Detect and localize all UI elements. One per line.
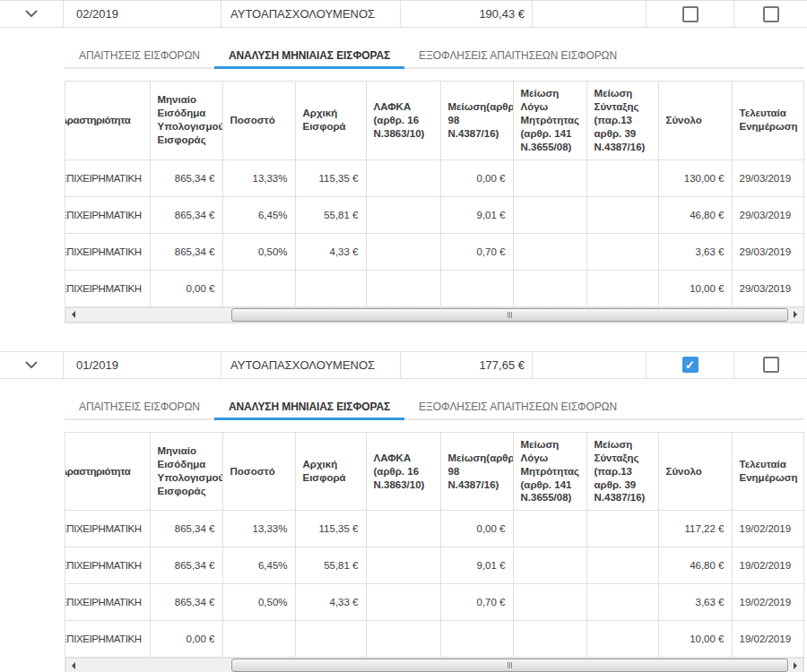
scrollbar-thumb[interactable] — [231, 308, 788, 322]
table-cell: 46,80 € — [658, 547, 732, 584]
table-cell: 55,81 € — [295, 196, 366, 233]
table-cell: 4,33 € — [295, 584, 366, 621]
expand-collapse-button[interactable] — [0, 1, 63, 27]
table-header-row: ΔραστηριότηταΜηνιαίο Εισόδημα Υπολογισμο… — [65, 82, 805, 159]
monthly-contribution-table: ΔραστηριότηταΜηνιαίο Εισόδημα Υπολογισμο… — [65, 82, 805, 307]
table-cell: 6,45% — [222, 547, 295, 584]
table-cell: 6,45% — [222, 196, 295, 233]
table-cell: 865,34 € — [150, 159, 222, 196]
expanded-detail: ΑΠΑΙΤΗΣΕΙΣ ΕΙΣΦΟΡΩΝ ΑΝΑΛΥΣΗ ΜΗΝΙΑΙΑΣ ΕΙΣ… — [65, 401, 804, 672]
tab-contribution-claims[interactable]: ΑΠΑΙΤΗΣΕΙΣ ΕΙΣΦΟΡΩΝ — [65, 49, 214, 67]
table-cell: ΕΠΙΧΕΙΡΗΜΑΤΙΚΗ — [65, 159, 150, 196]
column-header: Ποσοστό — [222, 82, 295, 159]
table-cell: 29/03/2019 — [732, 196, 805, 233]
tab-claims-settlements[interactable]: ΕΞΟΦΛΗΣΕΙΣ ΑΠΑΙΤΗΣΕΩΝ ΕΙΣΦΟΡΩΝ — [404, 49, 631, 67]
column-header: Μείωση Λόγω Μητρότητας (αρθρ. 141 Ν.3655… — [513, 82, 586, 159]
table-cell — [222, 621, 295, 658]
column-header: Μείωση Σύνταξης (παρ.13 αρθρ. 39 Ν.4387/… — [586, 82, 658, 159]
checkbox-cell: ✓ — [646, 352, 733, 378]
column-header: Αρχική Εισφορά — [295, 433, 366, 511]
column-header: Μείωση Σύνταξης (παρ.13 αρθρ. 39 Ν.4387/… — [586, 433, 658, 511]
select-checkbox-2[interactable] — [763, 6, 779, 22]
tab-bar: ΑΠΑΙΤΗΣΕΙΣ ΕΙΣΦΟΡΩΝ ΑΝΑΛΥΣΗ ΜΗΝΙΑΙΑΣ ΕΙΣ… — [65, 49, 804, 69]
scroll-left-arrow[interactable] — [65, 658, 81, 672]
table-cell — [513, 511, 586, 547]
table-cell: 3,63 € — [658, 584, 732, 621]
table-cell: ΕΠΙΧΕΙΡΗΜΑΤΙΚΗ — [65, 196, 150, 233]
checkbox-cell — [733, 1, 807, 27]
table-cell: 19/02/2019 — [732, 621, 805, 658]
table-cell: 117,22 € — [658, 511, 732, 547]
table-cell — [295, 270, 366, 306]
table-cell — [513, 196, 586, 233]
table-cell — [586, 511, 658, 547]
select-checkbox-1[interactable]: ✓ — [682, 357, 699, 373]
table-cell: 115,35 € — [295, 159, 366, 196]
table-cell: 3,63 € — [658, 233, 732, 270]
column-header: Δραστηριότητα — [65, 82, 150, 159]
horizontal-scrollbar[interactable] — [65, 307, 803, 323]
table-row: ΕΠΙΧΕΙΡΗΜΑΤΙΚΗ0,00 €10,00 €29/03/2019 — [65, 270, 805, 306]
checkbox-cell — [646, 1, 733, 27]
table-row: ΕΠΙΧΕΙΡΗΜΑΤΙΚΗ865,34 €13,33%115,35 €0,00… — [65, 159, 805, 196]
table-cell: 0,50% — [222, 584, 295, 621]
column-header: Μείωση(αρθρ. 98 Ν.4387/16) — [440, 433, 513, 511]
table-cell — [586, 233, 658, 270]
table-row: ΕΠΙΧΕΙΡΗΜΑΤΙΚΗ865,34 €0,50%4,33 €0,70 €3… — [65, 233, 805, 270]
table-cell: 4,33 € — [295, 233, 366, 270]
table-cell — [366, 547, 440, 584]
table-cell: 10,00 € — [658, 621, 732, 658]
table-cell — [222, 270, 295, 306]
column-header: Δραστηριότητα — [65, 433, 150, 511]
scrollbar-thumb[interactable] — [231, 659, 788, 672]
table-cell: 865,34 € — [150, 547, 222, 584]
period-label: 01/2019 — [63, 352, 221, 378]
table-cell — [440, 270, 513, 306]
tab-monthly-contribution-analysis[interactable]: ΑΝΑΛΥΣΗ ΜΗΝΙΑΙΑΣ ΕΙΣΦΟΡΑΣ — [214, 401, 404, 418]
table-cell: 19/02/2019 — [732, 547, 805, 584]
chevron-down-icon — [25, 10, 38, 18]
table-cell: 19/02/2019 — [732, 584, 805, 621]
tab-contribution-claims[interactable]: ΑΠΑΙΤΗΣΕΙΣ ΕΙΣΦΟΡΩΝ — [65, 401, 214, 418]
analysis-table-container: ΔραστηριότηταΜηνιαίο Εισόδημα Υπολογισμο… — [65, 81, 804, 323]
table-cell: 0,00 € — [150, 270, 222, 306]
horizontal-scrollbar[interactable] — [65, 658, 803, 672]
column-header: Αρχική Εισφορά — [295, 82, 366, 159]
empty-cell — [532, 1, 646, 27]
table-cell — [366, 270, 440, 306]
total-amount-value: 190,43 € — [400, 1, 532, 27]
scroll-left-arrow[interactable] — [65, 307, 81, 323]
table-cell: ΕΠΙΧΕΙΡΗΜΑΤΙΚΗ — [65, 511, 150, 547]
table-cell: 29/03/2019 — [732, 159, 805, 196]
table-row: ΕΠΙΧΕΙΡΗΜΑΤΙΚΗ865,34 €6,45%55,81 €9,01 €… — [65, 196, 805, 233]
column-header: Τελευταία Ενημέρωση — [732, 82, 805, 159]
select-checkbox-1[interactable] — [682, 6, 699, 22]
column-header: Μηνιαίο Εισόδημα Υπολογισμού Εισφοράς — [150, 82, 222, 159]
scroll-right-arrow[interactable] — [788, 658, 803, 672]
table-header-row: ΔραστηριότηταΜηνιαίο Εισόδημα Υπολογισμο… — [65, 433, 805, 511]
table-cell — [586, 159, 658, 196]
table-row: ΕΠΙΧΕΙΡΗΜΑΤΙΚΗ0,00 €10,00 €19/02/2019 — [65, 621, 805, 658]
table-cell — [586, 270, 658, 306]
table-cell: 0,70 € — [440, 233, 513, 270]
table-row: ΕΠΙΧΕΙΡΗΜΑΤΙΚΗ865,34 €0,50%4,33 €0,70 €3… — [65, 584, 805, 621]
table-cell: ΕΠΙΧΕΙΡΗΜΑΤΙΚΗ — [65, 270, 150, 306]
table-cell: 13,33% — [222, 511, 295, 547]
column-header: Ποσοστό — [222, 433, 295, 511]
monthly-contribution-table: ΔραστηριότηταΜηνιαίο Εισόδημα Υπολογισμο… — [65, 433, 805, 659]
table-cell: 0,70 € — [440, 584, 513, 621]
table-cell: 0,00 € — [440, 511, 513, 547]
tab-claims-settlements[interactable]: ΕΞΟΦΛΗΣΕΙΣ ΑΠΑΙΤΗΣΕΩΝ ΕΙΣΦΟΡΩΝ — [404, 401, 631, 418]
select-checkbox-2[interactable] — [763, 357, 779, 373]
expand-collapse-button[interactable] — [0, 352, 63, 378]
table-cell — [586, 196, 658, 233]
table-cell: 0,50% — [222, 233, 295, 270]
tab-monthly-contribution-analysis[interactable]: ΑΝΑΛΥΣΗ ΜΗΝΙΑΙΑΣ ΕΙΣΦΟΡΑΣ — [214, 49, 404, 67]
table-cell — [513, 270, 586, 306]
table-row: ΕΠΙΧΕΙΡΗΜΑΤΙΚΗ865,34 €13,33%115,35 €0,00… — [65, 511, 805, 547]
table-cell: 29/03/2019 — [732, 270, 805, 306]
table-cell — [513, 547, 586, 584]
expanded-detail: ΑΠΑΙΤΗΣΕΙΣ ΕΙΣΦΟΡΩΝ ΑΝΑΛΥΣΗ ΜΗΝΙΑΙΑΣ ΕΙΣ… — [65, 49, 804, 323]
period-label: 02/2019 — [63, 1, 221, 27]
scroll-right-arrow[interactable] — [788, 307, 803, 323]
